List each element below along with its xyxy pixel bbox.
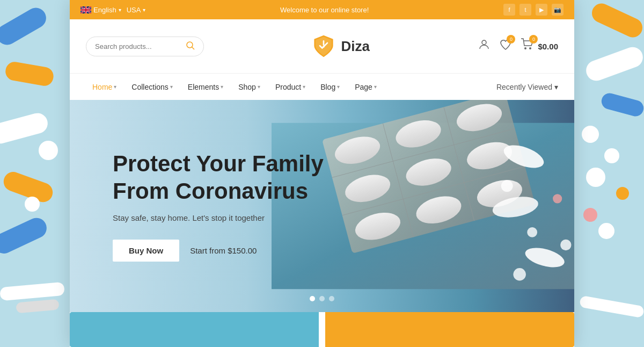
shop-chevron: ▾ (258, 84, 260, 90)
svg-rect-18 (579, 295, 644, 319)
svg-rect-2 (0, 111, 50, 146)
svg-point-6 (25, 197, 40, 212)
svg-rect-1 (4, 60, 55, 87)
card-orange[interactable] (325, 312, 574, 347)
cart-icon[interactable]: 0 $0.00 (521, 38, 558, 54)
page-chevron: ▾ (374, 84, 377, 90)
svg-line-21 (192, 47, 195, 49)
buy-now-button[interactable]: Buy Now (113, 240, 179, 262)
search-input[interactable] (95, 42, 186, 50)
country-selector[interactable]: USA ▾ (127, 6, 146, 14)
svg-point-49 (560, 240, 571, 250)
svg-rect-9 (589, 1, 644, 41)
nav-item-product[interactable]: Product ▾ (269, 74, 312, 100)
country-label: USA (127, 6, 141, 14)
elements-chevron: ▾ (221, 84, 223, 90)
svg-rect-4 (0, 214, 50, 257)
wishlist-icon[interactable]: 0 (499, 38, 512, 54)
svg-point-26 (529, 47, 531, 49)
twitter-icon[interactable]: t (519, 4, 531, 16)
hero-price: Start from $150.00 (190, 246, 257, 255)
bottom-cards (70, 312, 574, 347)
collections-chevron: ▾ (170, 84, 173, 90)
hero-title: Protect Your Family From Coronavirus (113, 150, 324, 205)
cart-badge: 0 (529, 35, 538, 44)
svg-rect-3 (1, 169, 56, 205)
recently-viewed[interactable]: Recently Viewed ▾ (496, 83, 558, 91)
svg-point-17 (598, 223, 614, 239)
header: Diza 0 (70, 19, 574, 73)
carousel-dot-2[interactable] (319, 296, 325, 301)
svg-point-12 (582, 126, 599, 143)
cart-price: $0.00 (538, 42, 558, 51)
svg-point-13 (604, 148, 619, 163)
nav-menu: Home ▾ Collections ▾ Elements ▾ Shop ▾ P… (86, 74, 383, 100)
svg-rect-8 (16, 299, 59, 314)
card-blue[interactable] (70, 312, 319, 347)
nav-item-collections[interactable]: Collections ▾ (125, 74, 179, 100)
svg-rect-11 (599, 91, 644, 118)
svg-rect-10 (583, 44, 644, 83)
social-links: f t ▶ 📷 (503, 4, 564, 16)
search-button[interactable] (186, 41, 195, 52)
svg-rect-7 (0, 282, 65, 301)
search-bar[interactable] (86, 37, 204, 56)
carousel-dots (310, 296, 334, 301)
account-icon[interactable] (478, 38, 491, 54)
svg-point-24 (482, 40, 486, 45)
facebook-icon[interactable]: f (503, 4, 515, 16)
search-icon (186, 41, 195, 50)
svg-point-14 (586, 168, 605, 187)
home-chevron: ▾ (114, 84, 116, 90)
carousel-dot-1[interactable] (310, 296, 315, 301)
language-label: English (93, 6, 116, 14)
svg-point-20 (187, 42, 193, 48)
nav-item-page[interactable]: Page ▾ (348, 74, 383, 100)
language-selector[interactable]: English ▾ (80, 6, 121, 14)
blog-chevron: ▾ (337, 84, 340, 90)
hero-subtitle: Stay safe, stay home. Let's stop it toge… (113, 213, 324, 222)
svg-point-15 (616, 187, 629, 200)
country-chevron: ▾ (143, 7, 145, 13)
recently-viewed-label: Recently Viewed (496, 83, 552, 91)
svg-point-5 (39, 141, 58, 160)
youtube-icon[interactable]: ▶ (536, 4, 547, 16)
hero-content: Protect Your Family From Coronavirus Sta… (70, 150, 367, 262)
svg-point-45 (501, 180, 513, 192)
flag-icon (80, 6, 91, 13)
nav-item-blog[interactable]: Blog ▾ (314, 74, 346, 100)
logo-shield-icon (312, 34, 335, 58)
hero-actions: Buy Now Start from $150.00 (113, 240, 324, 262)
navigation: Home ▾ Collections ▾ Elements ▾ Shop ▾ P… (70, 73, 574, 100)
svg-point-46 (527, 227, 537, 237)
nav-item-elements[interactable]: Elements ▾ (181, 74, 230, 100)
svg-rect-0 (0, 4, 50, 49)
svg-point-47 (513, 268, 526, 280)
nav-item-shop[interactable]: Shop ▾ (232, 74, 267, 100)
logo[interactable]: Diza (312, 34, 369, 58)
svg-point-48 (553, 194, 562, 203)
carousel-dot-3[interactable] (329, 296, 334, 301)
recently-viewed-chevron: ▾ (554, 83, 558, 91)
hero-section: Protect Your Family From Coronavirus Sta… (70, 100, 574, 312)
welcome-message: Welcome to our online store! (280, 6, 369, 14)
svg-point-16 (583, 208, 597, 222)
svg-point-23 (323, 46, 325, 48)
svg-point-25 (524, 47, 526, 49)
language-chevron: ▾ (119, 7, 121, 13)
header-actions: 0 0 $0.00 (478, 38, 558, 54)
nav-item-home[interactable]: Home ▾ (86, 74, 123, 100)
wishlist-badge: 0 (507, 35, 515, 44)
logo-text: Diza (341, 38, 369, 55)
instagram-icon[interactable]: 📷 (552, 4, 564, 16)
product-chevron: ▾ (303, 84, 305, 90)
top-bar: English ▾ USA ▾ Welcome to our online st… (70, 0, 574, 19)
